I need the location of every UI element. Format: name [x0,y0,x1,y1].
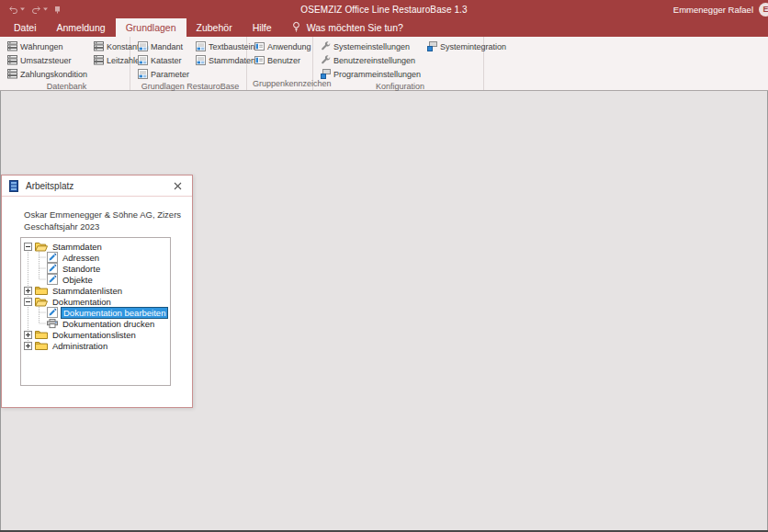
application-window: OSEMZIZ Office Line RestauroBase 1.3 Emm… [0,0,768,532]
ribbon-group-grundlagen-restaurobase: MandantKatasterParameterTextbausteineSta… [130,37,247,90]
form-icon [138,69,148,79]
tree-item-stammdaten[interactable]: Stammdaten [21,241,170,252]
ribbon-group-konfiguration: SystemeinstellungenBenutzereinstellungen… [313,37,484,90]
tellme-box[interactable]: Was möchten Sie tun? [291,18,403,37]
ribbon-item-anwendung[interactable]: Anwendung [253,40,313,53]
close-icon[interactable] [170,178,185,193]
folder-closed-icon [35,341,48,351]
workspace: Arbeitsplatz Oskar Emmenegger & Söhne AG… [0,91,768,530]
dialog-title: Arbeitsplatz [26,181,170,191]
window-title: OSEMZIZ Office Line RestauroBase 1.3 [0,5,768,15]
tree-item-label: Dokumentation drucken [61,319,156,329]
database-icon [94,41,104,51]
tree-item-dokumentation-drucken[interactable]: Dokumentation drucken [21,318,170,329]
ribbon-item-benutzer[interactable]: Benutzer [253,53,313,67]
arbeitsplatz-dialog: Arbeitsplatz Oskar Emmenegger & Söhne AG… [1,175,193,408]
database-icon [7,55,17,65]
collapse-icon[interactable] [24,243,32,251]
ribbon-item-label: Parameter [151,70,189,79]
form-icon [138,55,148,65]
app-icon [9,180,18,192]
tab-datei[interactable]: Datei [4,18,47,37]
ribbon-item-parameter[interactable]: Parameter [136,67,191,81]
ribbon-item-zahlungskondition[interactable]: Zahlungskondition [6,67,89,81]
form-icon [196,41,206,51]
ribbon-item-label: Systemeinstellungen [333,42,410,51]
quick-access-toolbar [8,6,61,14]
edit-icon [47,307,58,318]
expand-icon[interactable] [24,342,32,350]
ribbon-item-label: Benutzereinstellungen [333,56,415,65]
tree-connector [35,252,47,263]
tab-anmeldung[interactable]: Anmeldung [47,18,116,37]
ribbon-item-mandant[interactable]: Mandant [136,40,191,53]
customize-icon[interactable] [54,6,61,14]
ribbon-tabs: DateiAnmeldungGrundlagenZubehörHilfe [4,18,282,37]
tree-item-label: Stammdaten [51,242,104,252]
database-icon [7,41,17,51]
database-icon [7,69,17,79]
database-icon [94,55,104,65]
user-area[interactable]: Emmenegger Rafael E [673,3,768,17]
collapse-icon[interactable] [24,298,32,306]
tree-connector [35,318,47,329]
ribbon-item-label: Anwendung [267,42,311,51]
ribbon-item-label: Systemintegration [440,42,506,51]
ribbon-item-label: Kataster [151,56,182,65]
tree-connector [35,274,47,285]
tab-zubehör[interactable]: Zubehör [186,18,243,37]
expand-icon[interactable] [24,287,32,295]
tab-grundlagen[interactable]: Grundlagen [116,18,186,37]
ribbon-item-programmeinstellungen[interactable]: Programmeinstellungen [319,67,423,81]
integration-icon [427,41,437,51]
badge-icon [254,41,265,51]
folder-open-icon [35,242,48,252]
ribbon-tab-bar: DateiAnmeldungGrundlagenZubehörHilfe Was… [0,18,768,37]
company-info: Oskar Emmenegger & Söhne AG, Zizers Gesc… [24,209,192,232]
tree-item-administration[interactable]: Administration [21,340,170,351]
tree-item-stammdatenlisten[interactable]: Stammdatenlisten [21,285,170,296]
lightbulb-icon [291,21,301,34]
fiscal-year: Geschäftsjahr 2023 [24,221,192,232]
expand-icon[interactable] [24,331,32,339]
ribbon-item-label: Programmeinstellungen [333,70,421,79]
tree-item-label: Stammdatenlisten [51,286,124,296]
tree-item-label: Adressen [61,253,101,263]
folder-open-icon [35,297,48,307]
tree-connector [35,307,47,318]
edit-icon [47,252,58,263]
wrench-icon [321,41,331,51]
tree-item-label: Standorte [61,264,102,274]
print-icon [47,319,58,329]
folder-closed-icon [35,286,48,296]
tree-item-label: Dokumentation bearbeiten [61,307,168,319]
ribbon-item-umsatzsteuer[interactable]: Umsatzsteuer [6,53,89,67]
tree-item-standorte[interactable]: Standorte [21,263,170,274]
user-avatar[interactable]: E [759,3,768,17]
tree-item-dokumentationslisten[interactable]: Dokumentationslisten [21,329,170,340]
tree-item-dokumentation[interactable]: Dokumentation [21,296,170,307]
edit-icon [47,274,58,285]
wrench-icon [321,55,331,65]
tree-item-dokumentation-bearbeiten[interactable]: Dokumentation bearbeiten [21,307,170,318]
ribbon-item-benutzereinstellungen[interactable]: Benutzereinstellungen [319,53,423,67]
ribbon-group-label: Gruppenkennzeichen [253,78,311,90]
tree-item-label: Administration [51,341,109,351]
ribbon-item-systemintegration[interactable]: Systemintegration [425,40,508,53]
redo-icon[interactable] [31,6,48,14]
form-icon [196,55,206,65]
ribbon-item-kataster[interactable]: Kataster [136,53,191,67]
integration-icon [321,69,331,79]
ribbon-item-label: Umsatzsteuer [20,56,72,65]
ribbon-group-gruppenkennzeichen: AnwendungBenutzerGruppenkennzeichen [247,37,313,90]
ribbon-item-währungen[interactable]: Währungen [6,40,89,53]
undo-icon[interactable] [8,6,25,14]
company-name: Oskar Emmenegger & Söhne AG, Zizers [24,209,192,221]
tree-connector [35,263,47,274]
tab-hilfe[interactable]: Hilfe [243,18,282,37]
tree-item-objekte[interactable]: Objekte [21,274,170,285]
tree-item-label: Dokumentationslisten [51,330,138,340]
ribbon-group-datenbank: WährungenUmsatzsteuerZahlungskonditionKo… [0,37,130,90]
tree-item-adressen[interactable]: Adressen [21,252,170,263]
ribbon-item-systemeinstellungen[interactable]: Systemeinstellungen [319,40,423,53]
